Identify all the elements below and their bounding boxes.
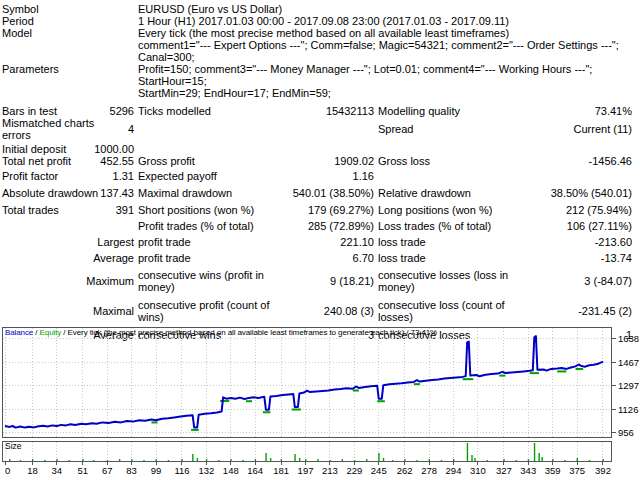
stat-row: Largestprofit trade221.10loss trade-213.…	[2, 236, 638, 248]
stat-value: 452.55	[100, 155, 134, 167]
stat-value: 221.10	[340, 236, 374, 248]
balance-chart-svg: 1638146712971126956Size01834516783991161…	[0, 326, 640, 480]
size-bar	[265, 453, 266, 461]
size-bar	[218, 460, 219, 461]
stat-value: Maximum	[86, 275, 134, 287]
y-axis-label: 1297	[618, 380, 639, 391]
stat-label: loss trade	[374, 252, 524, 264]
x-axis-label: 181	[273, 465, 289, 476]
size-bar	[602, 459, 603, 461]
stat-value: -213.60	[595, 236, 632, 248]
x-axis-label: 375	[569, 465, 585, 476]
parameters-row: Parameters comment1="--- Expert Options …	[2, 39, 638, 99]
stat-value: 240.08 (3)	[324, 305, 374, 317]
legend-balance: Balance	[5, 328, 33, 337]
period-row: Period 1 Hour (H1) 2017.01.03 00:00 - 20…	[2, 15, 638, 27]
stat-value: 1000.00	[94, 143, 134, 155]
size-bar	[32, 459, 33, 461]
size-panel-label: Size	[5, 441, 22, 451]
stat-value: 1909.02	[334, 155, 374, 167]
stat-row: Averageprofit trade6.70loss trade-13.74	[2, 252, 638, 264]
size-bar	[416, 460, 417, 461]
stat-label: consecutive loss (count of losses)	[374, 299, 524, 323]
size-bar	[589, 460, 590, 461]
stat-label: Loss trades (% of total)	[374, 220, 524, 232]
stat-label: consecutive wins (profit in money)	[134, 269, 282, 293]
size-bar	[270, 458, 271, 461]
parameters-line: Profit=150; comment3="--- Money Manager …	[138, 63, 638, 87]
size-bar	[516, 460, 517, 461]
stat-label: Spread	[374, 123, 524, 135]
stat-row: Absolute drawdown137.43Maximal drawdown5…	[2, 187, 638, 199]
stat-value: 4	[128, 123, 134, 135]
x-axis-label: 294	[446, 465, 462, 476]
stat-label: Bars in test	[2, 105, 104, 117]
size-bar	[255, 459, 256, 461]
size-bar	[429, 459, 430, 461]
stat-value: 212 (75.94%)	[566, 204, 632, 216]
stat-value: 1.16	[353, 170, 374, 182]
stat-label: Gross loss	[374, 155, 524, 167]
size-bar	[294, 454, 295, 461]
size-bar	[82, 459, 83, 461]
stat-row: Mismatched charts errors4SpreadCurrent (…	[2, 117, 638, 141]
stat-label: Total trades	[2, 204, 104, 216]
stat-row: Total net profit452.55Gross profit1909.0…	[2, 155, 638, 167]
size-bar	[192, 454, 193, 461]
stat-label: Long positions (won %)	[374, 204, 524, 216]
size-bar	[299, 458, 300, 461]
size-bar	[156, 459, 157, 461]
size-bar	[69, 460, 70, 461]
stat-value: 15432113	[326, 105, 374, 117]
stat-value: 179 (69.27%)	[308, 204, 374, 216]
size-bar	[503, 459, 504, 461]
x-axis-label: 197	[298, 465, 314, 476]
stat-label: Modelling quality	[374, 105, 524, 117]
size-bar	[552, 459, 553, 461]
stat-label: Short positions (won %)	[134, 204, 282, 216]
stat-label: Profit trades (% of total)	[134, 220, 282, 232]
x-axis-label: 262	[397, 465, 413, 476]
size-bar	[342, 459, 343, 461]
x-axis-label: 132	[198, 465, 214, 476]
size-bar	[317, 459, 318, 461]
size-bar	[541, 457, 542, 461]
x-axis-label: 18	[27, 465, 38, 476]
size-bar	[378, 453, 379, 461]
stat-label: consecutive losses (loss in money)	[374, 269, 524, 293]
symbol-value: EURUSD (Euro vs US Dollar)	[134, 3, 638, 15]
stat-value: 6.70	[353, 252, 374, 264]
stat-label: Maximal drawdown	[134, 187, 282, 199]
size-bar	[242, 460, 243, 461]
parameters-line: StartMin=29; EndHour=17; EndMin=59;	[138, 87, 638, 99]
size-bar	[168, 460, 169, 461]
size-bar	[474, 458, 475, 461]
stat-value: Average	[93, 252, 134, 264]
stat-value: 1.31	[113, 170, 134, 182]
parameters-value: comment1="--- Expert Options ---"; Comm=…	[134, 39, 638, 99]
chart-legend: Balance / Equity / Every tick (the most …	[5, 328, 437, 338]
stat-label: consecutive profit (count of wins)	[134, 299, 282, 323]
size-bar	[20, 460, 21, 461]
stat-value: 106 (27.11%)	[567, 220, 632, 232]
size-bar	[131, 459, 132, 461]
stat-label: Absolute drawdown	[2, 187, 104, 199]
x-axis-label: 245	[371, 465, 387, 476]
stat-row: Total trades391Short positions (won %)17…	[2, 204, 638, 216]
size-bar	[487, 460, 488, 461]
stat-label: Profit factor	[2, 170, 104, 182]
x-axis-label: 34	[52, 465, 63, 476]
x-axis-label: 278	[421, 465, 437, 476]
period-value: 1 Hour (H1) 2017.01.03 00:00 - 2017.09.0…	[134, 15, 638, 27]
model-row: Model Every tick (the most precise metho…	[2, 27, 638, 39]
size-bar	[329, 460, 330, 461]
size-bar	[441, 460, 442, 461]
size-bar	[534, 443, 535, 461]
size-bar	[366, 459, 367, 461]
size-bar	[9, 459, 10, 461]
stat-value: Largest	[97, 236, 134, 248]
legend-quality: 73.41%	[411, 328, 438, 337]
x-axis-label: 164	[247, 465, 263, 476]
stat-value: 285 (72.89%)	[308, 220, 374, 232]
stat-row: Initial deposit1000.00	[2, 143, 638, 155]
